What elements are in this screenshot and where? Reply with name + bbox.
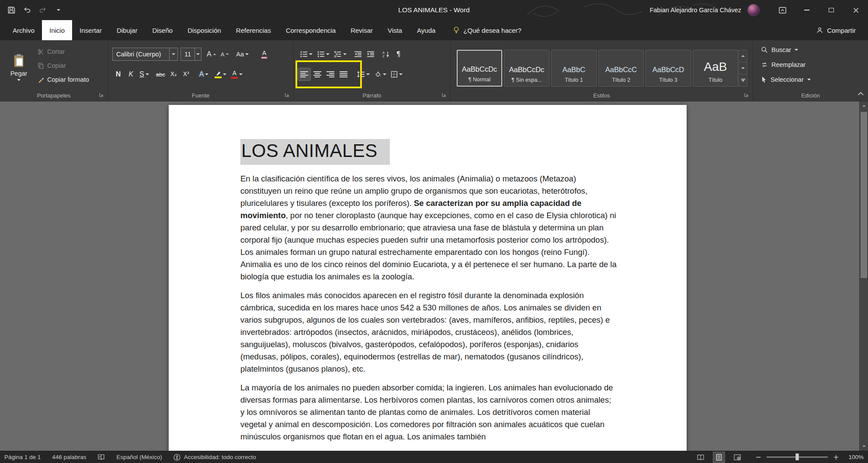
document-paragraph-1[interactable]: En la clasificación científica de los se… [240, 173, 617, 283]
highlight-button[interactable] [213, 68, 228, 80]
proofing-status[interactable] [97, 454, 105, 460]
shrink-font-button[interactable]: A [219, 48, 231, 60]
align-right-button[interactable] [324, 68, 337, 80]
select-button[interactable]: Seleccionar [761, 73, 868, 86]
avatar[interactable] [747, 4, 760, 16]
styles-dialog-launcher[interactable] [744, 92, 749, 97]
save-button[interactable] [3, 0, 19, 20]
language-indicator[interactable]: Español (México) [116, 454, 162, 460]
align-left-button[interactable] [298, 68, 310, 80]
scroll-down-button[interactable] [860, 442, 868, 451]
style-card-sin-espaciado[interactable]: AaBbCcDc ¶ Sin espa... [504, 50, 549, 87]
style-card-titulo-3[interactable]: AaBbCcD Título 3 [646, 50, 691, 87]
style-card-titulo-2[interactable]: AaBbCcC Título 2 [598, 50, 644, 87]
show-formatting-marks-button[interactable]: ¶ [392, 48, 404, 60]
clear-formatting-button[interactable]: A [258, 48, 270, 60]
decrease-indent-button[interactable] [352, 48, 364, 60]
tab-diseno[interactable]: Diseño [145, 20, 180, 40]
web-layout-view-button[interactable] [732, 452, 743, 463]
cut-button[interactable]: Cortar [36, 45, 91, 58]
subscript-button[interactable]: X₂ [168, 68, 180, 80]
style-card-titulo[interactable]: AaB Título [693, 50, 738, 87]
tab-insertar[interactable]: Insertar [72, 20, 109, 40]
minimize-button[interactable] [795, 0, 819, 20]
line-spacing-button[interactable] [355, 68, 372, 80]
scissors-icon [38, 49, 44, 55]
shading-button[interactable] [372, 68, 388, 80]
superscript-button[interactable]: X² [181, 68, 192, 80]
italic-button[interactable]: K [125, 68, 137, 80]
find-button[interactable]: Buscar [761, 44, 868, 56]
tab-correspondencia[interactable]: Correspondencia [278, 20, 343, 40]
scroll-up-button[interactable] [860, 101, 868, 110]
strikethrough-button[interactable]: abc [154, 68, 167, 80]
copy-button[interactable]: Copiar [36, 59, 91, 72]
change-case-button[interactable]: Aa [234, 48, 250, 60]
tab-inicio[interactable]: Inicio [42, 20, 72, 40]
ribbon: Pegar Cortar Copiar Copiar formato Porta… [0, 40, 868, 101]
close-button[interactable] [844, 0, 868, 20]
multilevel-list-button[interactable] [332, 48, 348, 60]
document-page[interactable]: LOS ANIMALES En la clasificación científ… [169, 105, 687, 451]
font-size-dropdown-icon[interactable] [194, 48, 201, 60]
vertical-scrollbar[interactable] [859, 101, 868, 451]
zoom-level[interactable]: 100% [844, 454, 864, 460]
tab-ayuda[interactable]: Ayuda [410, 20, 443, 40]
tab-referencias[interactable]: Referencias [229, 20, 278, 40]
document-paragraph-3[interactable]: La mayoría de los animales no pueden abs… [240, 382, 617, 443]
tell-me-box[interactable]: ¿Qué desea hacer? [453, 20, 521, 40]
styles-gallery-more-button[interactable] [739, 74, 747, 86]
numbering-button[interactable] [315, 48, 331, 60]
undo-button[interactable] [19, 0, 35, 20]
editing-group-label: Edición [753, 92, 868, 99]
paragraph-dialog-launcher[interactable] [441, 92, 447, 97]
share-button[interactable]: Compartir [816, 20, 868, 40]
replace-button[interactable]: Reemplazar [761, 59, 868, 71]
format-painter-button[interactable]: Copiar formato [36, 73, 91, 86]
style-card-titulo-1[interactable]: AaBbC Título 1 [551, 50, 597, 87]
tab-vista[interactable]: Vista [380, 20, 410, 40]
print-layout-view-button[interactable] [713, 452, 725, 463]
document-title[interactable]: LOS ANIMALES [240, 139, 617, 165]
zoom-in-button[interactable]: + [832, 453, 840, 461]
justify-button[interactable] [337, 68, 350, 80]
tab-dibujar[interactable]: Dibujar [109, 20, 145, 40]
grow-font-button[interactable]: A [205, 48, 218, 60]
tab-revisar[interactable]: Revisar [343, 20, 380, 40]
increase-indent-button[interactable] [365, 48, 376, 60]
borders-button[interactable] [389, 68, 404, 80]
tab-disposicion[interactable]: Disposición [180, 20, 229, 40]
zoom-slider[interactable] [767, 456, 828, 458]
document-paragraph-2[interactable]: Los filos animales más conocidos aparece… [240, 289, 617, 375]
zoom-slider-thumb[interactable] [795, 453, 799, 460]
paste-button[interactable]: Pegar [5, 45, 32, 90]
customize-quick-access-button[interactable] [51, 0, 66, 20]
zoom-out-button[interactable]: − [754, 453, 762, 461]
bullets-button[interactable] [298, 48, 314, 60]
scrollbar-thumb[interactable] [861, 112, 867, 278]
sort-button[interactable]: AZ [380, 48, 392, 60]
page-indicator[interactable]: Página 1 de 1 [4, 454, 41, 460]
align-center-button[interactable] [311, 68, 323, 80]
clipboard-dialog-launcher[interactable] [99, 92, 104, 97]
accessibility-status[interactable]: Accesibilidad: todo correcto [174, 454, 256, 461]
web-layout-icon [734, 454, 741, 460]
font-color-button[interactable]: A [229, 68, 244, 80]
font-name-combo[interactable]: Calibri (Cuerpo) [112, 48, 178, 61]
bold-button[interactable]: N [112, 68, 124, 80]
style-card-normal[interactable]: AaBbCcDc ¶ Normal [457, 50, 502, 87]
styles-scroll-up-button[interactable] [739, 50, 747, 63]
font-name-dropdown-icon[interactable] [169, 48, 177, 60]
maximize-button[interactable] [819, 0, 844, 20]
ribbon-display-options-button[interactable] [770, 0, 795, 20]
styles-scroll-down-button[interactable] [739, 63, 747, 75]
text-effects-button[interactable]: A [198, 68, 211, 80]
font-dialog-launcher[interactable] [285, 92, 290, 97]
signed-in-user[interactable]: Fabian Alejandro García Chávez [649, 7, 741, 14]
font-size-combo[interactable]: 11 [181, 48, 201, 61]
tab-archivo[interactable]: Archivo [5, 20, 42, 40]
underline-button[interactable]: S [138, 68, 151, 80]
word-count[interactable]: 446 palabras [52, 454, 86, 460]
read-mode-view-button[interactable] [695, 452, 706, 463]
redo-button[interactable] [35, 0, 51, 20]
